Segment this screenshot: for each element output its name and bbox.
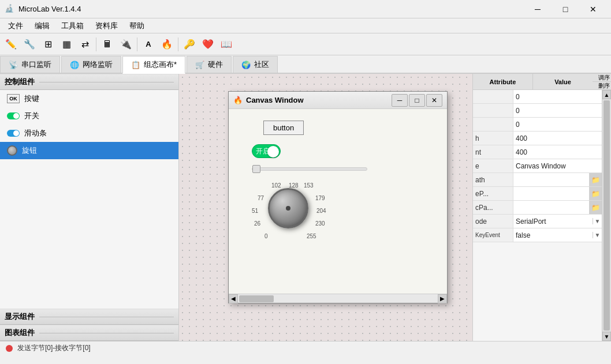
control-section-title: 控制组件: [0, 74, 178, 90]
prop-val-8: 📁: [513, 201, 602, 214]
prop-val-1: 0: [513, 104, 602, 117]
sort-up-btn[interactable]: 调序: [593, 74, 611, 82]
tab-network[interactable]: 🌐 网络监听: [61, 56, 121, 73]
scrollbar-thumb[interactable]: [603, 100, 610, 331]
folder-btn-6[interactable]: 📁: [589, 173, 602, 186]
scrollbar-up[interactable]: ▲: [602, 90, 611, 99]
prop-row-1: 0: [473, 104, 602, 118]
prop-key-8: cPa...: [473, 201, 513, 214]
toolbar-grid[interactable]: ⊞: [39, 36, 57, 53]
left-panel: 控制组件 OK 按键 开关 滑动条 旋钮 显示组件 图表组件: [0, 74, 179, 341]
knob-label-179: 179: [315, 195, 325, 201]
knob-body[interactable]: [268, 188, 308, 228]
canvas-window-close[interactable]: ✕: [426, 94, 442, 107]
canvas-window-minimize[interactable]: ─: [392, 94, 408, 107]
prop-row-2: 0: [473, 118, 602, 132]
component-knob[interactable]: 旋钮: [0, 142, 178, 159]
toolbar-sep1: [96, 37, 96, 51]
component-toggle-label: 开关: [24, 111, 39, 121]
toolbar-calc[interactable]: 🖩: [99, 36, 116, 53]
knob-label-204: 204: [316, 208, 326, 214]
prop-val-4[interactable]: 400: [513, 145, 602, 159]
menu-tools[interactable]: 工具箱: [55, 20, 90, 32]
tab-hardware[interactable]: 🛒 硬件: [187, 56, 232, 73]
prop-key-5: e: [473, 159, 513, 172]
toolbar-device[interactable]: 🔌: [117, 36, 135, 53]
window-controls: ─ □ ✕: [524, 0, 606, 18]
slider-thumb[interactable]: [252, 165, 260, 173]
prop-dropdown-9-val: SerialPort: [513, 216, 593, 227]
knob-center-dot: [286, 206, 290, 211]
component-toggle[interactable]: 开关: [0, 107, 178, 125]
prop-row-7: eP... 📁: [473, 187, 602, 201]
toolbar-text[interactable]: A: [140, 36, 157, 53]
component-knob-label: 旋钮: [22, 145, 37, 156]
toolbar-heart[interactable]: ❤️: [199, 36, 217, 53]
prop-table-container: 0 0 0 h 400 nt 400: [473, 90, 611, 341]
toolbar-sep2: [137, 37, 137, 51]
close-button[interactable]: ✕: [580, 0, 606, 18]
tab-community[interactable]: 🌍 社区: [233, 56, 278, 73]
canvas-window-controls: ─ □ ✕: [392, 94, 442, 107]
minimize-button[interactable]: ─: [524, 0, 551, 18]
folder-btn-7[interactable]: 📁: [589, 187, 602, 200]
canvas-window-title: Canvas Window: [246, 96, 392, 104]
component-button[interactable]: OK 按键: [0, 90, 178, 107]
hscroll-thumb: [239, 295, 274, 302]
toolbar-new[interactable]: ✏️: [2, 36, 20, 53]
scrollbar-down[interactable]: ▼: [602, 332, 611, 341]
prop-row-9: ode SerialPort ▼: [473, 215, 602, 228]
button-icon: OK: [7, 94, 20, 103]
canvas-window-body: button 开启 102 128 153 77 179: [229, 109, 447, 294]
status-dot: [6, 345, 13, 352]
tab-canvas-label: 组态画布*: [144, 59, 177, 70]
knob-label-0: 0: [264, 233, 268, 239]
prop-key-6: ath: [473, 173, 513, 186]
toggle-track[interactable]: 开启: [252, 144, 281, 158]
toolbar-sep3: [178, 37, 178, 51]
canvas-slider-widget[interactable]: [252, 167, 367, 171]
val-col-header: Value: [533, 74, 593, 89]
dropdown-arrow-10[interactable]: ▼: [593, 232, 602, 238]
component-button-label: 按键: [24, 93, 39, 104]
toolbar-flame[interactable]: 🔥: [158, 36, 176, 53]
prop-val-10: false ▼: [513, 228, 602, 242]
component-list: OK 按键 开关 滑动条 旋钮: [0, 90, 178, 159]
canvas-toggle-widget: 开启: [252, 144, 281, 158]
canvas-window-maximize[interactable]: □: [409, 94, 425, 107]
menu-edit[interactable]: 编辑: [29, 20, 55, 32]
toolbar-settings[interactable]: 🔧: [21, 36, 38, 53]
menu-help[interactable]: 帮助: [124, 20, 150, 32]
maximize-button[interactable]: □: [552, 0, 579, 18]
toolbar-swap[interactable]: ⇄: [76, 36, 94, 53]
menu-file[interactable]: 文件: [2, 20, 29, 32]
prop-val-3[interactable]: 400: [513, 132, 602, 145]
toolbar-key[interactable]: 🔑: [181, 36, 198, 53]
prop-val-7: 📁: [513, 187, 602, 200]
prop-row-6: ath 📁: [473, 173, 602, 187]
toolbar-book[interactable]: 📖: [218, 36, 235, 53]
toolbar: ✏️ 🔧 ⊞ ▦ ⇄ 🖩 🔌 A 🔥 🔑 ❤️ 📖: [0, 33, 611, 55]
prop-val-5[interactable]: Canvas Window: [513, 159, 602, 172]
canvas-area[interactable]: 🔥 Canvas Window ─ □ ✕ button 开启: [179, 74, 472, 341]
knob-label-230: 230: [315, 220, 325, 227]
hscroll-right[interactable]: ▶: [438, 294, 447, 303]
app-icon: 🔬: [5, 4, 15, 14]
hscroll-left[interactable]: ◀: [229, 294, 238, 303]
component-slider[interactable]: 滑动条: [0, 125, 178, 142]
hscroll-track[interactable]: [238, 294, 438, 303]
tab-community-icon: 🌍: [241, 61, 251, 69]
sort-down-btn[interactable]: 删序: [593, 82, 611, 90]
folder-btn-8[interactable]: 📁: [589, 201, 602, 214]
prop-table: 0 0 0 h 400 nt 400: [473, 90, 602, 341]
menu-library[interactable]: 资料库: [90, 20, 124, 32]
canvas-button-widget[interactable]: button: [263, 121, 304, 135]
prop-key-7: eP...: [473, 187, 513, 200]
toolbar-grid2[interactable]: ▦: [58, 36, 75, 53]
slider-icon: [7, 130, 20, 137]
tab-serial[interactable]: 📡 串口监听: [0, 56, 60, 73]
tab-bar: 📡 串口监听 🌐 网络监听 📋 组态画布* 🛒 硬件 🌍 社区: [0, 55, 611, 74]
knob-label-51: 51: [252, 208, 258, 214]
tab-canvas[interactable]: 📋 组态画布*: [122, 56, 185, 74]
dropdown-arrow-9[interactable]: ▼: [593, 218, 602, 224]
